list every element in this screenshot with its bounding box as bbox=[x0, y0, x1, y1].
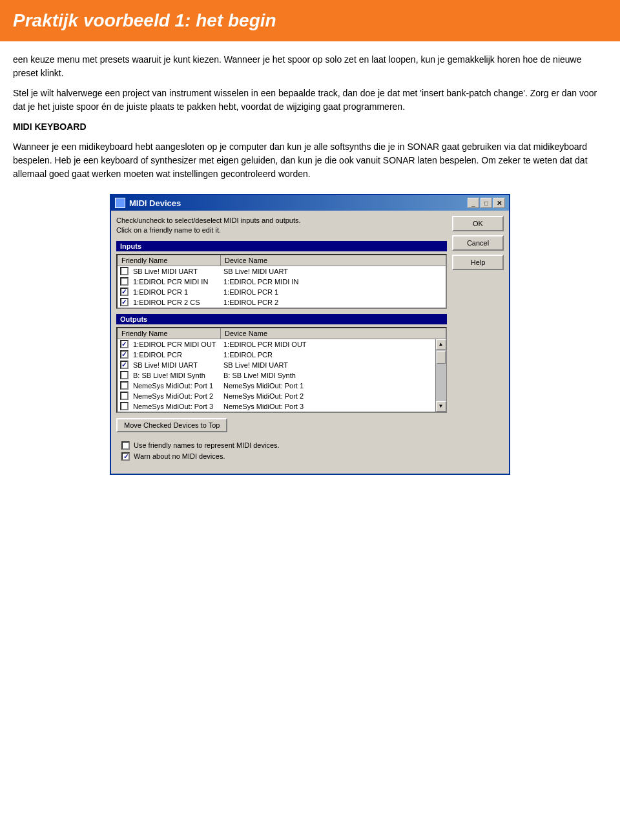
output-device-4: NemeSys MidiOut: Port 1 bbox=[221, 381, 435, 390]
output-device-6: NemeSys MidiOut: Port 3 bbox=[221, 402, 435, 411]
footer-checkbox-friendly: Use friendly names to represent MIDI dev… bbox=[121, 441, 442, 450]
output-checkbox-cell-6 bbox=[118, 402, 130, 410]
output-device-row: NemeSys MidiOut: Port 2 NemeSys MidiOut:… bbox=[118, 391, 435, 401]
output-checkbox-cell-1 bbox=[118, 350, 130, 359]
close-button[interactable]: ✕ bbox=[493, 198, 505, 208]
input-device-2: 1:EDIROL PCR 1 bbox=[221, 288, 446, 297]
output-device-3: B: SB Live! MIDI Synth bbox=[221, 371, 435, 380]
output-checkbox-3[interactable] bbox=[120, 371, 129, 379]
midi-devices-dialog: MIDI Devices _ □ ✕ Check/uncheck to sele… bbox=[110, 194, 510, 475]
description-line1: Check/uncheck to select/deselect MIDI in… bbox=[116, 216, 447, 226]
paragraph-4: Wanneer je een midikeyboard hebt aangesl… bbox=[13, 140, 607, 181]
outputs-col-friendly-header: Friendly Name bbox=[118, 328, 221, 339]
inputs-col-device-header: Device Name bbox=[221, 255, 446, 266]
input-checkbox-1[interactable] bbox=[120, 277, 129, 286]
use-friendly-names-label: Use friendly names to represent MIDI dev… bbox=[134, 441, 280, 449]
input-device-row: 1:EDIROL PCR 1 1:EDIROL PCR 1 bbox=[118, 287, 446, 297]
minimize-button[interactable]: _ bbox=[468, 198, 479, 208]
input-checkbox-0[interactable] bbox=[120, 267, 129, 275]
dialog-icon bbox=[115, 198, 125, 208]
output-checkbox-4[interactable] bbox=[120, 381, 129, 390]
outputs-col-device-header: Device Name bbox=[221, 328, 446, 339]
ok-button[interactable]: OK bbox=[452, 216, 504, 231]
output-checkbox-5[interactable] bbox=[120, 392, 129, 400]
outputs-list-header: Friendly Name Device Name bbox=[118, 328, 446, 339]
output-device-row: SB Live! MIDI UART SB Live! MIDI UART bbox=[118, 360, 435, 370]
outputs-scrollbar[interactable]: ▲ ▼ bbox=[435, 339, 446, 412]
paragraph-1: een keuze menu met presets waaruit je ku… bbox=[13, 53, 607, 80]
inputs-section-header: Inputs bbox=[116, 241, 447, 251]
input-checkbox-cell-1 bbox=[118, 277, 130, 286]
output-device-2: SB Live! MIDI UART bbox=[221, 361, 435, 370]
output-device-row: NemeSys MidiOut: Port 3 NemeSys MidiOut:… bbox=[118, 401, 435, 412]
input-checkbox-cell-2 bbox=[118, 288, 130, 296]
output-device-row: NemeSys MidiOut: Port 1 NemeSys MidiOut:… bbox=[118, 381, 435, 391]
input-friendly-1: 1:EDIROL PCR MIDI IN bbox=[130, 277, 221, 286]
input-friendly-0: SB Live! MIDI UART bbox=[130, 267, 221, 276]
output-checkbox-cell-0 bbox=[118, 340, 130, 348]
output-friendly-3: B: SB Live! MIDI Synth bbox=[130, 371, 221, 380]
header-banner: Praktijk voorbeeld 1: het begin bbox=[0, 0, 620, 41]
input-device-0: SB Live! MIDI UART bbox=[221, 267, 446, 276]
move-button-container: Move Checked Devices to Top bbox=[116, 418, 447, 437]
output-friendly-6: NemeSys MidiOut: Port 3 bbox=[130, 402, 221, 411]
warn-no-midi-checkbox[interactable] bbox=[121, 452, 130, 461]
scroll-down-arrow[interactable]: ▼ bbox=[436, 401, 446, 412]
output-checkbox-2[interactable] bbox=[120, 361, 129, 369]
paragraph-3: MIDI KEYBOARD bbox=[13, 120, 607, 134]
dialog-wrapper: MIDI Devices _ □ ✕ Check/uncheck to sele… bbox=[13, 194, 607, 475]
scroll-up-arrow[interactable]: ▲ bbox=[436, 339, 446, 350]
output-checkbox-1[interactable] bbox=[120, 350, 129, 359]
output-device-row: B: SB Live! MIDI Synth B: SB Live! MIDI … bbox=[118, 370, 435, 381]
paragraph-2: Stel je wilt halverwege een project van … bbox=[13, 87, 607, 114]
inputs-list-body: SB Live! MIDI UART SB Live! MIDI UART 1:… bbox=[118, 266, 446, 308]
outputs-list-row: 1:EDIROL PCR MIDI OUT 1:EDIROL PCR MIDI … bbox=[118, 339, 446, 412]
dialog-titlebar: MIDI Devices _ □ ✕ bbox=[111, 195, 509, 211]
outputs-list-body: 1:EDIROL PCR MIDI OUT 1:EDIROL PCR MIDI … bbox=[118, 339, 435, 412]
input-friendly-2: 1:EDIROL PCR 1 bbox=[130, 288, 221, 297]
dialog-main-area: Check/uncheck to select/deselect MIDI in… bbox=[116, 216, 447, 468]
outputs-section-header: Outputs bbox=[116, 314, 447, 324]
output-friendly-0: 1:EDIROL PCR MIDI OUT bbox=[130, 340, 221, 349]
titlebar-controls: _ □ ✕ bbox=[468, 198, 505, 208]
body-content: een keuze menu met presets waaruit je ku… bbox=[0, 53, 620, 488]
output-device-0: 1:EDIROL PCR MIDI OUT bbox=[221, 340, 435, 349]
footer-checkbox-warn: Warn about no MIDI devices. bbox=[121, 452, 442, 461]
use-friendly-names-checkbox[interactable] bbox=[121, 441, 130, 450]
input-friendly-3: 1:EDIROL PCR 2 CS bbox=[130, 298, 221, 307]
dialog-body: Check/uncheck to select/deselect MIDI in… bbox=[111, 211, 509, 474]
inputs-list-header: Friendly Name Device Name bbox=[118, 255, 446, 266]
output-checkbox-0[interactable] bbox=[120, 340, 129, 348]
maximize-button[interactable]: □ bbox=[480, 198, 492, 208]
scrollbar-thumb[interactable] bbox=[437, 351, 446, 364]
dialog-title-text: MIDI Devices bbox=[129, 198, 181, 208]
input-device-row: 1:EDIROL PCR 2 CS 1:EDIROL PCR 2 bbox=[118, 297, 446, 308]
input-checkbox-cell-0 bbox=[118, 267, 130, 275]
help-button[interactable]: Help bbox=[452, 255, 504, 270]
dialog-buttons-panel: OK Cancel Help bbox=[452, 216, 504, 468]
output-friendly-2: SB Live! MIDI UART bbox=[130, 361, 221, 370]
output-checkbox-cell-5 bbox=[118, 392, 130, 400]
inputs-list-container: Friendly Name Device Name SB Live! MIDI … bbox=[116, 254, 447, 309]
output-friendly-5: NemeSys MidiOut: Port 2 bbox=[130, 392, 221, 401]
move-checked-devices-button[interactable]: Move Checked Devices to Top bbox=[116, 418, 227, 432]
output-friendly-4: NemeSys MidiOut: Port 1 bbox=[130, 381, 221, 390]
description-line2: Click on a friendly name to edit it. bbox=[116, 226, 447, 235]
input-device-row: SB Live! MIDI UART SB Live! MIDI UART bbox=[118, 266, 446, 277]
input-checkbox-2[interactable] bbox=[120, 288, 129, 296]
scrollbar-track[interactable] bbox=[436, 350, 446, 401]
output-device-row: 1:EDIROL PCR MIDI OUT 1:EDIROL PCR MIDI … bbox=[118, 339, 435, 350]
output-friendly-1: 1:EDIROL PCR bbox=[130, 350, 221, 359]
input-checkbox-cell-3 bbox=[118, 298, 130, 306]
input-checkbox-3[interactable] bbox=[120, 298, 129, 306]
cancel-button[interactable]: Cancel bbox=[452, 235, 504, 251]
page-title: Praktijk voorbeeld 1: het begin bbox=[13, 10, 607, 31]
midi-keyboard-heading: MIDI KEYBOARD bbox=[13, 121, 87, 132]
output-checkbox-cell-2 bbox=[118, 361, 130, 369]
output-checkbox-6[interactable] bbox=[120, 402, 129, 410]
titlebar-title-area: MIDI Devices bbox=[115, 198, 181, 208]
output-checkbox-cell-4 bbox=[118, 381, 130, 390]
input-device-row: 1:EDIROL PCR MIDI IN 1:EDIROL PCR MIDI I… bbox=[118, 277, 446, 287]
warn-no-midi-label: Warn about no MIDI devices. bbox=[134, 452, 225, 460]
output-device-1: 1:EDIROL PCR bbox=[221, 350, 435, 359]
